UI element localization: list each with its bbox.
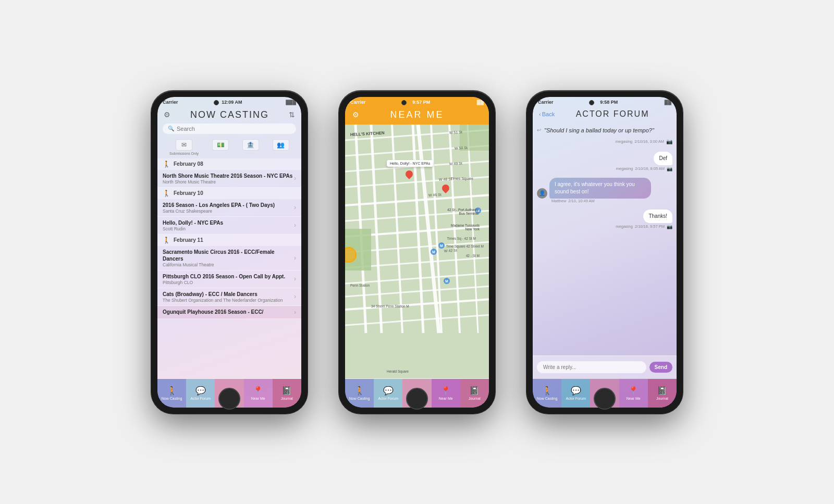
nav-casting-label-2: Now Casting: [349, 397, 370, 400]
nav-forum-label-1: Actor Forum: [191, 397, 211, 400]
casting-item-7[interactable]: Ogunquit Playhouse 2016 Season - ECC/ ›: [157, 306, 301, 319]
time-3: 9:58 PM: [600, 100, 618, 105]
nav-now-casting-3[interactable]: 🚶 Now Casting: [533, 379, 561, 408]
casting-item-5[interactable]: Pittsburgh CLO 2016 Season - Open Call b…: [157, 271, 301, 288]
status-bar-1: Carrier 12:09 AM ▓▓▓: [157, 97, 301, 107]
svg-text:M: M: [440, 244, 443, 248]
home-button-3[interactable]: [594, 388, 616, 410]
message-bubble-1: Def: [654, 152, 672, 165]
casting-item-2[interactable]: 2016 Season - Los Angeles EPA - ( Two Da…: [157, 199, 301, 217]
walk-icon-feb11: 🚶: [163, 237, 170, 244]
map-pin-2[interactable]: [441, 185, 450, 195]
nav-nearme-3[interactable]: 📍 Near Me: [619, 379, 648, 408]
home-button-2[interactable]: [406, 388, 428, 410]
filter-people[interactable]: 👥: [273, 139, 289, 155]
nav-journal-1[interactable]: 📓 Journal: [273, 379, 301, 408]
message-group-2: 👤 I agree, it's whatever you think you s…: [537, 178, 672, 203]
date-label-feb11: February 11: [174, 237, 203, 243]
battery-2: ▓▓: [477, 100, 484, 105]
msg-user-2: Matthew: [551, 199, 566, 203]
nav-forum-label-2: Actor Forum: [378, 397, 399, 400]
34th-label: 34 Street Penn Station M: [371, 304, 409, 308]
nav-nearme-1[interactable]: 📍 Near Me: [244, 379, 273, 408]
date-header-feb11: 🚶 February 11: [157, 235, 301, 246]
svg-text:M: M: [432, 250, 435, 254]
search-bar-1[interactable]: 🔍: [163, 124, 296, 134]
chevron-icon-3: ›: [294, 222, 296, 229]
message-group-3: Thanks! megasing 2/10/16, 9:57 PM 📷: [537, 210, 672, 229]
nav-forum-3[interactable]: 💬 Actor Forum: [561, 379, 590, 408]
casting-item-1-text: North Shore Music Theatre 2016 Season - …: [163, 173, 294, 185]
reply-input[interactable]: [537, 361, 646, 373]
date-header-feb10: 🚶 February 10: [157, 188, 301, 199]
camera-icon-op: 📷: [666, 139, 672, 144]
casting-item-5-text: Pittsburgh CLO 2016 Season - Open Call b…: [163, 273, 294, 285]
settings-icon-1[interactable]: ⚙: [164, 110, 170, 119]
msg-time-1: 2/10/16, 8:05 AM: [635, 166, 665, 171]
msg-left-container-2: 👤 I agree, it's whatever you think you s…: [537, 178, 672, 199]
casting-item-6-text: Cats (Broadway) - ECC / Male Dancers The…: [163, 291, 294, 303]
casting-item-4[interactable]: Sacramento Music Circus 2016 - ECC/Femal…: [157, 246, 301, 271]
nav-nearme-2[interactable]: 📍 Near Me: [432, 379, 460, 408]
casting-item-6[interactable]: Cats (Broadway) - ECC / Male Dancers The…: [157, 288, 301, 306]
nav-nearme-label-1: Near Me: [251, 397, 265, 400]
nav-forum-1[interactable]: 💬 Actor Forum: [186, 379, 215, 408]
nav-nearme-icon-2: 📍: [440, 386, 451, 396]
message-bubble-3: Thanks!: [643, 210, 672, 223]
home-button-1[interactable]: [218, 388, 240, 410]
phone-near-me: Carrier 9:57 PM ▓▓ ⚙ NEAR ME: [339, 91, 495, 414]
tooltip-text: Hello, Dolly! - NYC EPAs: [390, 162, 430, 165]
nav-journal-2[interactable]: 📓 Journal: [460, 379, 489, 408]
search-input-1[interactable]: [177, 126, 291, 132]
sort-icon-1[interactable]: ⇅: [289, 110, 295, 119]
battery-1: ▓▓▓: [286, 100, 296, 105]
map-area[interactable]: W 51 St W 50 St W 49 St W 48 St W 46 St …: [345, 125, 489, 378]
nav-forum-icon-3: 💬: [571, 386, 581, 396]
op-meta: megasing 2/10/16, 3:00 AM 📷: [537, 139, 672, 144]
msg-time-3: 2/10/16, 9:57 PM: [635, 224, 665, 229]
nav-forum-icon-2: 💬: [383, 386, 394, 396]
nav-now-casting-1[interactable]: 🚶 Now Casting: [157, 379, 186, 408]
time-2: 9:57 PM: [412, 100, 430, 105]
filter-bank[interactable]: 🏦: [242, 139, 259, 155]
nav-now-casting-2[interactable]: 🚶 Now Casting: [345, 379, 374, 408]
question-text: "Should I sing a ballad today or up temp…: [544, 127, 654, 133]
nav-forum-2[interactable]: 💬 Actor Forum: [374, 379, 402, 408]
msg-meta-1: megasing 2/10/16, 8:05 AM 📷: [616, 166, 672, 171]
nav-casting-icon-2: 🚶: [354, 386, 365, 396]
casting-list: 🚶 February 08 North Shore Music Theatre …: [157, 158, 301, 378]
svg-text:W 46 St: W 46 St: [428, 192, 441, 196]
phone-now-casting: Carrier 12:09 AM ▓▓▓ ⚙ NOW CASTING ⇅ 🔍 ✉…: [151, 91, 308, 414]
back-button[interactable]: ‹ Back: [539, 111, 555, 117]
time-1: 12:09 AM: [222, 100, 242, 105]
header-1: ⚙ NOW CASTING ⇅: [157, 107, 301, 124]
phone-actor-forum: Carrier 9:58 PM ▓▓ ‹ Back ACTOR FORUM ↩ …: [526, 91, 683, 414]
casting-item-2-text: 2016 Season - Los Angeles EPA - ( Two Da…: [163, 202, 294, 214]
chat-question: ↩ "Should I sing a ballad today or up te…: [537, 125, 672, 136]
battery-3: ▓▓: [665, 100, 671, 105]
svg-text:W 51 St: W 51 St: [449, 130, 462, 134]
chevron-icon-7: ›: [294, 309, 296, 316]
reply-icon: ↩: [537, 127, 541, 133]
building-icon: 🏦: [242, 139, 259, 151]
chat-area: ↩ "Should I sing a ballad today or up te…: [533, 122, 677, 355]
settings-icon-2[interactable]: ⚙: [352, 110, 359, 119]
filter-tabs-1: ✉ Submissions Only 💵 🏦 👥: [157, 137, 301, 158]
people-icon: 👥: [273, 139, 289, 151]
nav-journal-3[interactable]: 📓 Journal: [648, 379, 677, 408]
nav-forum-label-3: Actor Forum: [566, 397, 586, 400]
casting-item-6-sub: The Shubert Organization and The Nederla…: [163, 298, 294, 303]
casting-item-1[interactable]: North Shore Music Theatre 2016 Season - …: [157, 170, 301, 188]
map-pin-1[interactable]: [405, 170, 413, 181]
nav-casting-icon-1: 🚶: [167, 386, 177, 396]
header-2: ⚙ NEAR ME: [345, 107, 489, 125]
filter-paid[interactable]: 💵: [212, 139, 229, 155]
page-title-2: NEAR ME: [390, 109, 444, 120]
casting-item-3-text: Hello, Dolly! - NYC EPAs Scott Rudin: [163, 219, 294, 231]
casting-item-3[interactable]: Hello, Dolly! - NYC EPAs Scott Rudin ›: [157, 217, 301, 235]
nav-journal-icon-2: 📓: [469, 386, 480, 396]
dollar-icon: 💵: [212, 139, 229, 151]
walk-icon-feb08: 🚶: [163, 161, 170, 168]
filter-submissions[interactable]: ✉ Submissions Only: [169, 139, 199, 155]
send-button[interactable]: Send: [649, 362, 672, 373]
